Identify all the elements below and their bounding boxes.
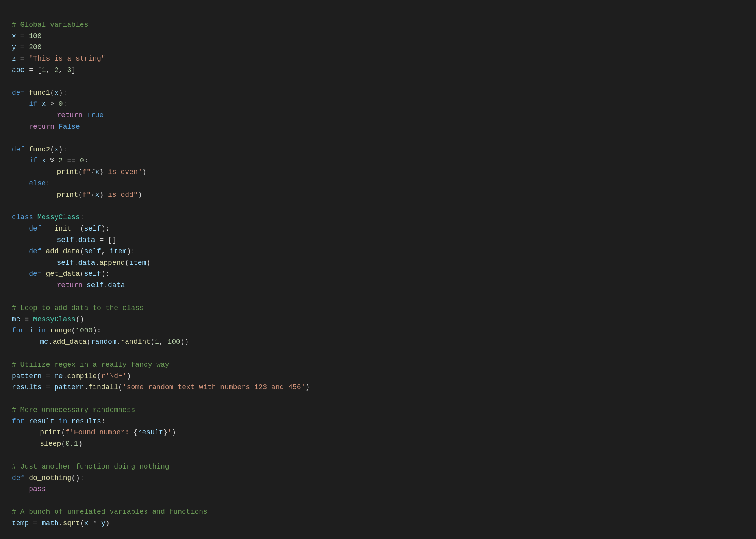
line-28: results = pattern.findall('some random t…	[12, 383, 309, 391]
line-30: for result in results:	[12, 417, 106, 425]
line-17: self.data = []	[12, 236, 117, 244]
line-31: print(f'Found number: {result}')	[12, 428, 176, 436]
line-35: pass	[12, 485, 46, 493]
line-32: sleep(0.1)	[12, 440, 82, 448]
line-27: pattern = re.compile(r'\d+')	[12, 372, 131, 380]
line-15: class MessyClass:	[12, 213, 84, 221]
line-10: def func2(x):	[12, 146, 67, 153]
line-12: print(f"{x} is even")	[12, 168, 146, 176]
line-7: if x > 0:	[12, 100, 67, 108]
line-11: if x % 2 == 0:	[12, 157, 89, 164]
line-3: y = 200	[12, 43, 42, 51]
line-9: return False	[12, 123, 80, 131]
line-21: return self.data	[12, 281, 125, 289]
line-26: # Utilize regex in a really fancy way	[12, 361, 169, 369]
line-18: def add_data(self, item):	[12, 247, 135, 255]
line-13: else:	[12, 179, 50, 187]
line-6: def func1(x):	[12, 89, 67, 97]
line-25: mc.add_data(random.randint(1, 100))	[12, 338, 189, 346]
line-33: # Just another function doing nothing	[12, 463, 169, 471]
line-8: return True	[12, 111, 104, 119]
line-29: # More unnecessary randomness	[12, 406, 135, 414]
line-36: # A bunch of unrelated variables and fun…	[12, 508, 208, 516]
line-4: z = "This is a string"	[12, 55, 106, 63]
line-34: def do_nothing():	[12, 474, 84, 482]
line-23: mc = MessyClass()	[12, 316, 84, 323]
line-16: def __init__(self):	[12, 225, 110, 233]
line-2: x = 100	[12, 32, 42, 40]
line-37: temp = math.sqrt(x * y)	[12, 519, 110, 527]
line-24: for i in range(1000):	[12, 327, 101, 334]
line-19: self.data.append(item)	[12, 259, 150, 267]
line-14: print(f"{x} is odd")	[12, 191, 142, 199]
line-20: def get_data(self):	[12, 270, 110, 278]
line-5: abc = [1, 2, 3]	[12, 66, 76, 74]
line-1: # Global variables	[12, 21, 88, 29]
code-editor: # Global variables x = 100 y = 200 z = "…	[12, 8, 744, 529]
line-22: # Loop to add data to the class	[12, 304, 144, 312]
